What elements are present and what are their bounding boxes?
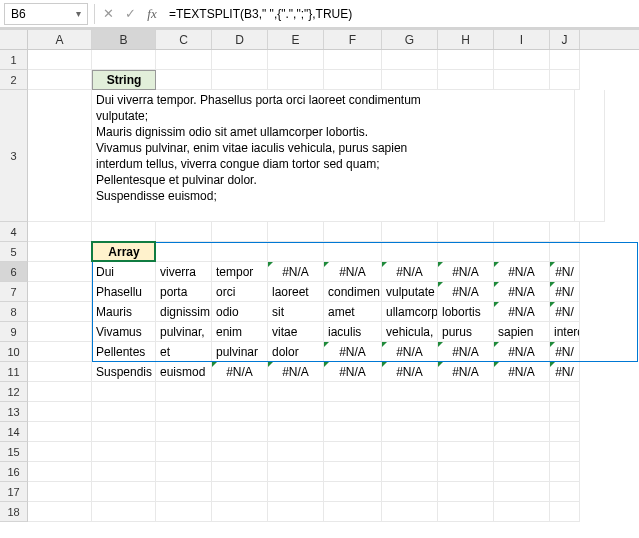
error-icon [324, 262, 329, 267]
spreadsheet-grid[interactable]: A B C D E F G H I J 1 2 String 3 Dui viv… [0, 30, 639, 522]
col-header-H[interactable]: H [438, 30, 494, 49]
name-box[interactable]: B6 ▾ [4, 3, 88, 25]
error-icon [494, 362, 499, 367]
name-box-value: B6 [11, 7, 76, 21]
row-header-9[interactable]: 9 [0, 322, 28, 342]
row-header-1[interactable]: 1 [0, 50, 28, 70]
col-header-C[interactable]: C [156, 30, 212, 49]
error-icon [550, 362, 555, 367]
row-header-15[interactable]: 15 [0, 442, 28, 462]
error-icon [438, 262, 443, 267]
formula-input[interactable]: =TEXTSPLIT(B3," ",{".",";"},TRUE) [163, 3, 639, 25]
col-header-B[interactable]: B [92, 30, 156, 49]
row-header-3[interactable]: 3 [0, 90, 28, 222]
row-header-18[interactable]: 18 [0, 502, 28, 522]
select-all-corner[interactable] [0, 30, 28, 50]
error-icon [494, 302, 499, 307]
row-header-13[interactable]: 13 [0, 402, 28, 422]
header-string[interactable]: String [92, 70, 156, 90]
row-header-4[interactable]: 4 [0, 222, 28, 242]
fx-icon[interactable]: fx [141, 3, 163, 25]
cancel-icon[interactable]: ✕ [97, 3, 119, 25]
col-header-E[interactable]: E [268, 30, 324, 49]
cell[interactable] [28, 50, 92, 70]
error-icon [268, 262, 273, 267]
row-header-2[interactable]: 2 [0, 70, 28, 90]
error-icon [494, 262, 499, 267]
col-header-G[interactable]: G [382, 30, 438, 49]
header-array[interactable]: Array [92, 242, 156, 262]
error-icon [494, 282, 499, 287]
error-icon [438, 342, 443, 347]
formula-bar: B6 ▾ ✕ ✓ fx =TEXTSPLIT(B3," ",{".",";"},… [0, 0, 639, 28]
error-icon [324, 362, 329, 367]
row-header-7[interactable]: 7 [0, 282, 28, 302]
row-header-12[interactable]: 12 [0, 382, 28, 402]
error-icon [550, 282, 555, 287]
divider [94, 4, 95, 24]
error-icon [550, 262, 555, 267]
col-header-J[interactable]: J [550, 30, 580, 49]
error-icon [550, 302, 555, 307]
row-header-14[interactable]: 14 [0, 422, 28, 442]
col-header-D[interactable]: D [212, 30, 268, 49]
col-header-I[interactable]: I [494, 30, 550, 49]
chevron-down-icon[interactable]: ▾ [76, 8, 81, 19]
row-header-6[interactable]: 6 [0, 262, 28, 282]
error-icon [494, 342, 499, 347]
col-header-F[interactable]: F [324, 30, 382, 49]
error-icon [550, 342, 555, 347]
col-header-A[interactable]: A [28, 30, 92, 49]
error-icon [382, 262, 387, 267]
error-icon [268, 362, 273, 367]
column-headers: A B C D E F G H I J [28, 30, 639, 50]
row-header-10[interactable]: 10 [0, 342, 28, 362]
error-icon [382, 362, 387, 367]
error-icon [438, 362, 443, 367]
row-header-11[interactable]: 11 [0, 362, 28, 382]
cell-b6[interactable]: Dui [92, 262, 156, 282]
cell-b3[interactable]: Dui viverra tempor. Phasellus porta orci… [92, 90, 452, 222]
error-icon [438, 282, 443, 287]
error-icon [382, 342, 387, 347]
row-header-17[interactable]: 17 [0, 482, 28, 502]
check-icon[interactable]: ✓ [119, 3, 141, 25]
row-header-5[interactable]: 5 [0, 242, 28, 262]
row-header-16[interactable]: 16 [0, 462, 28, 482]
row-header-8[interactable]: 8 [0, 302, 28, 322]
error-icon [324, 342, 329, 347]
error-icon [212, 362, 217, 367]
